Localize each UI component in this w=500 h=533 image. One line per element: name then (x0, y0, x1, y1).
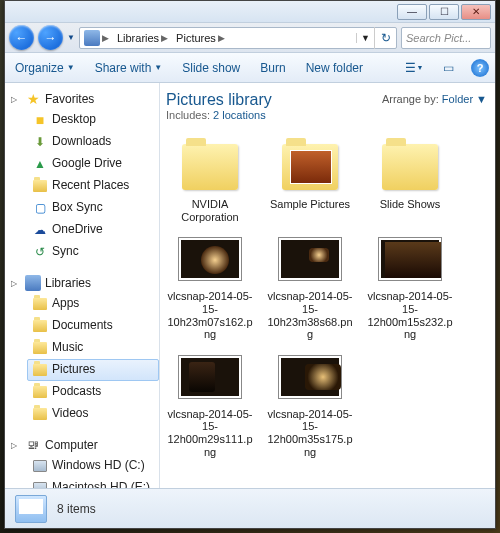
folder-icon (382, 144, 438, 190)
navigation-pane: ▷ ★ Favorites ■Desktop⬇Downloads▲Google … (5, 83, 160, 488)
item-label: Slide Shows (380, 198, 441, 211)
file-item[interactable]: vlcsnap-2014-05-15-12h00m29s111.png (166, 349, 254, 459)
chevron-down-icon: ▼ (154, 63, 162, 72)
item-label: vlcsnap-2014-05-15-10h23m38s68.png (266, 290, 354, 341)
sidebar-item-sync[interactable]: ↺Sync (27, 241, 159, 263)
thumbnail-icon (278, 355, 342, 399)
libraries-icon (84, 30, 100, 46)
close-button[interactable]: ✕ (461, 4, 491, 20)
sidebar-item-videos[interactable]: Videos (27, 403, 159, 425)
folder-icon (32, 178, 48, 194)
star-icon: ★ (25, 91, 41, 107)
item-label: vlcsnap-2014-05-15-10h23m07s162.png (166, 290, 254, 341)
library-icon (32, 406, 48, 422)
libraries-icon (25, 275, 41, 291)
address-dropdown-icon[interactable]: ▼ (356, 33, 374, 43)
items-grid: NVIDIA CorporationSample PicturesSlide S… (166, 139, 489, 458)
view-button[interactable]: ☰▼ (403, 57, 425, 79)
forward-button[interactable]: → (38, 25, 63, 50)
file-item[interactable]: vlcsnap-2014-05-15-10h23m07s162.png (166, 231, 254, 341)
computer-icon: 🖳 (25, 437, 41, 453)
status-icon (15, 495, 47, 523)
libraries-group: ▷ Libraries AppsDocumentsMusicPicturesPo… (5, 273, 159, 425)
sidebar-item-pictures[interactable]: Pictures (27, 359, 159, 381)
sidebar-item-downloads[interactable]: ⬇Downloads (27, 131, 159, 153)
computer-header[interactable]: ▷ 🖳 Computer (5, 435, 159, 455)
folder-item[interactable]: Sample Pictures (266, 139, 354, 223)
folder-icon: ▢ (32, 200, 48, 216)
locations-link[interactable]: 2 locations (213, 109, 266, 121)
sidebar-item-drive[interactable]: Macintosh HD (E:) (27, 477, 159, 488)
library-icon (32, 362, 48, 378)
item-label: vlcsnap-2014-05-15-12h00m15s232.png (366, 290, 454, 341)
sidebar-item-recent-places[interactable]: Recent Places (27, 175, 159, 197)
item-label: vlcsnap-2014-05-15-12h00m35s175.png (266, 408, 354, 459)
nav-row: ← → ▼ ▶ Libraries ▶ Pictures ▶ ▼ ↻ Searc… (5, 23, 495, 53)
status-bar: 8 items (5, 488, 495, 528)
drive-icon (32, 480, 48, 488)
file-item[interactable]: vlcsnap-2014-05-15-10h23m38s68.png (266, 231, 354, 341)
sidebar-item-documents[interactable]: Documents (27, 315, 159, 337)
library-icon (32, 340, 48, 356)
folder-icon (182, 144, 238, 190)
search-input[interactable]: Search Pict... (401, 27, 491, 49)
titlebar: — ☐ ✕ (5, 1, 495, 23)
collapse-icon: ▷ (11, 95, 21, 104)
file-item[interactable]: vlcsnap-2014-05-15-12h00m35s175.png (266, 349, 354, 459)
collapse-icon: ▷ (11, 279, 21, 288)
refresh-button[interactable]: ↻ (374, 27, 396, 49)
search-placeholder: Search Pict... (406, 32, 471, 44)
folder-icon (282, 144, 338, 190)
preview-pane-button[interactable]: ▭ (437, 57, 459, 79)
sidebar-item-box-sync[interactable]: ▢Box Sync (27, 197, 159, 219)
file-list-pane[interactable]: Pictures library Includes: 2 locations A… (160, 83, 495, 488)
chevron-down-icon: ▼ (67, 63, 75, 72)
computer-group: ▷ 🖳 Computer Windows HD (C:)Macintosh HD… (5, 435, 159, 488)
sidebar-item-onedrive[interactable]: ☁OneDrive (27, 219, 159, 241)
back-button[interactable]: ← (9, 25, 34, 50)
slideshow-button[interactable]: Slide show (178, 59, 244, 77)
thumbnail-icon (278, 237, 342, 281)
drive-icon (32, 458, 48, 474)
sidebar-item-google-drive[interactable]: ▲Google Drive (27, 153, 159, 175)
breadcrumb-libraries[interactable]: Libraries (117, 32, 159, 44)
burn-button[interactable]: Burn (256, 59, 289, 77)
toolbar: Organize▼ Share with▼ Slide show Burn Ne… (5, 53, 495, 83)
folder-icon: ↺ (32, 244, 48, 260)
libraries-header[interactable]: ▷ Libraries (5, 273, 159, 293)
sidebar-item-podcasts[interactable]: Podcasts (27, 381, 159, 403)
arrange-by[interactable]: Arrange by: Folder ▼ (382, 93, 487, 105)
minimize-button[interactable]: — (397, 4, 427, 20)
folder-icon: ■ (32, 112, 48, 128)
favorites-group: ▷ ★ Favorites ■Desktop⬇Downloads▲Google … (5, 89, 159, 263)
sidebar-item-desktop[interactable]: ■Desktop (27, 109, 159, 131)
file-item[interactable]: vlcsnap-2014-05-15-12h00m15s232.png (366, 231, 454, 341)
collapse-icon: ▷ (11, 441, 21, 450)
breadcrumb-pictures[interactable]: Pictures (176, 32, 216, 44)
explorer-window: — ☐ ✕ ← → ▼ ▶ Libraries ▶ Pictures ▶ ▼ ↻… (4, 0, 496, 529)
favorites-header[interactable]: ▷ ★ Favorites (5, 89, 159, 109)
sidebar-item-apps[interactable]: Apps (27, 293, 159, 315)
item-label: Sample Pictures (270, 198, 350, 211)
content-area: ▷ ★ Favorites ■Desktop⬇Downloads▲Google … (5, 83, 495, 488)
folder-item[interactable]: Slide Shows (366, 139, 454, 223)
share-with-button[interactable]: Share with▼ (91, 59, 167, 77)
sidebar-item-music[interactable]: Music (27, 337, 159, 359)
thumbnail-icon (378, 237, 442, 281)
help-button[interactable]: ? (471, 59, 489, 77)
library-icon (32, 296, 48, 312)
organize-button[interactable]: Organize▼ (11, 59, 79, 77)
library-icon (32, 384, 48, 400)
new-folder-button[interactable]: New folder (302, 59, 367, 77)
library-icon (32, 318, 48, 334)
folder-item[interactable]: NVIDIA Corporation (166, 139, 254, 223)
sidebar-item-drive[interactable]: Windows HD (C:) (27, 455, 159, 477)
thumbnail-icon (178, 355, 242, 399)
folder-icon: ▲ (32, 156, 48, 172)
maximize-button[interactable]: ☐ (429, 4, 459, 20)
item-label: NVIDIA Corporation (166, 198, 254, 223)
library-subtitle: Includes: 2 locations (166, 109, 489, 121)
address-bar[interactable]: ▶ Libraries ▶ Pictures ▶ ▼ ↻ (79, 27, 397, 49)
folder-icon: ⬇ (32, 134, 48, 150)
history-dropdown-icon[interactable]: ▼ (67, 33, 75, 42)
